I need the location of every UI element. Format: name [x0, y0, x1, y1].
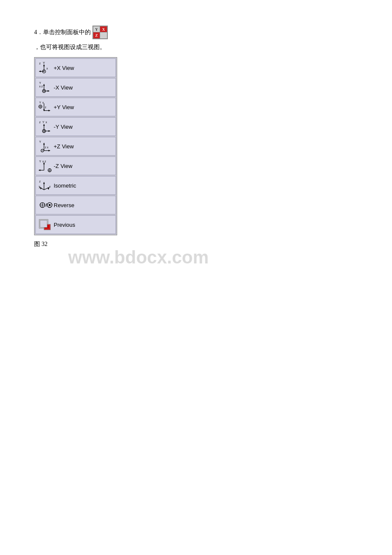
minus-y-label: -Y View — [54, 124, 72, 130]
figure-caption: 图 32 — [34, 240, 358, 248]
plus-z-label: +Z View — [54, 143, 74, 150]
yx-icon: Y X Z — [92, 26, 108, 39]
minus-z-label: -Z View — [54, 163, 72, 169]
svg-text:z: z — [45, 106, 46, 109]
svg-text:x z: x z — [43, 160, 46, 163]
svg-text:Y: Y — [39, 81, 41, 84]
y-cell: Y — [93, 26, 100, 32]
plus-z-icon: Y z x — [38, 139, 54, 153]
plus-x-icon: z Y x — [38, 61, 54, 75]
svg-text:Y: Y — [43, 61, 45, 65]
svg-text:z: z — [39, 180, 41, 183]
plus-y-icon: Y x z — [38, 100, 54, 114]
svg-text:z x: z x — [45, 146, 49, 149]
svg-rect-73 — [40, 220, 47, 228]
minus-y-view-item[interactable]: z Y x -Y View — [35, 117, 116, 136]
reverse-icon: / — [38, 198, 54, 212]
previous-view-item[interactable]: Previous — [35, 215, 116, 234]
isometric-icon: z x y — [38, 179, 54, 192]
step-number: 4． — [34, 29, 43, 36]
svg-text:x: x — [46, 121, 47, 124]
svg-marker-34 — [49, 130, 51, 132]
minus-x-icon: Y x z — [38, 81, 54, 94]
plus-y-label: +Y View — [54, 104, 74, 110]
svg-marker-12 — [43, 84, 45, 86]
previous-label: Previous — [54, 222, 75, 228]
svg-text:Y: Y — [39, 160, 41, 163]
view-panel: z Y x +X View Y x z — [34, 57, 117, 235]
plus-y-view-item[interactable]: Y x z +Y View — [35, 98, 116, 116]
svg-marker-26 — [49, 110, 51, 112]
svg-point-44 — [42, 150, 43, 151]
svg-point-69 — [49, 204, 51, 206]
svg-marker-42 — [49, 150, 51, 151]
svg-marker-14 — [48, 90, 50, 92]
plus-z-view-item[interactable]: Y z x +Z View — [35, 137, 116, 156]
minus-z-view-item[interactable]: Y x z -Z View — [35, 156, 116, 175]
svg-text:x: x — [49, 185, 51, 188]
isometric-label: Isometric — [54, 182, 76, 189]
also-text: ，也可将视图设成三视图。 — [34, 43, 358, 51]
svg-marker-40 — [43, 143, 45, 145]
minus-z-icon: Y x z — [38, 159, 54, 173]
svg-text:Y: Y — [39, 140, 41, 143]
reverse-label: Reverse — [54, 202, 74, 208]
plus-x-view-item[interactable]: z Y x +X View — [35, 58, 116, 77]
z-cell: Z — [93, 32, 100, 38]
isometric-view-item[interactable]: z x y Isometric — [35, 176, 116, 195]
svg-text:x: x — [46, 67, 48, 70]
minus-x-view-item[interactable]: Y x z -X View — [35, 78, 116, 97]
svg-text:z: z — [39, 62, 41, 65]
previous-icon — [38, 218, 54, 231]
minus-y-icon: z Y x — [38, 120, 54, 133]
svg-marker-51 — [38, 169, 40, 171]
x-cell: X — [100, 26, 107, 32]
svg-text:z: z — [39, 121, 41, 124]
minus-x-label: -X View — [54, 84, 73, 91]
svg-marker-32 — [43, 124, 45, 126]
svg-point-7 — [43, 71, 44, 72]
reverse-view-item[interactable]: / Reverse — [35, 196, 116, 214]
empty-cell — [100, 32, 107, 38]
step-prefix: 单击控制面板中的 — [43, 29, 91, 36]
svg-text:Y: Y — [39, 101, 41, 104]
svg-text:x z: x z — [39, 85, 43, 88]
plus-x-label: +X View — [54, 65, 74, 71]
svg-marker-57 — [43, 182, 45, 184]
svg-text:/: / — [46, 203, 47, 208]
svg-text:Y: Y — [43, 121, 45, 124]
step-4-line: 4． 单击控制面板中的 Y X Z — [34, 26, 358, 39]
svg-marker-5 — [39, 71, 41, 72]
